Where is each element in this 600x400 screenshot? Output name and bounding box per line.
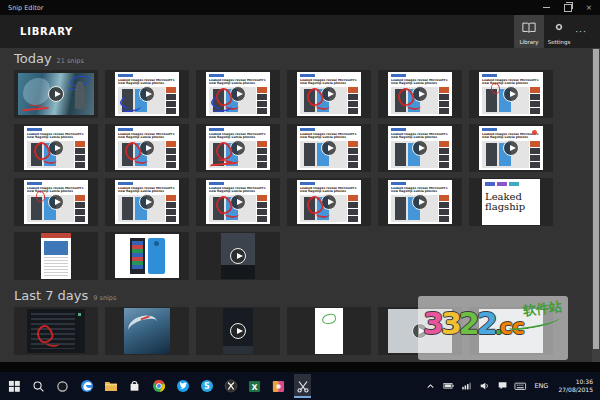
settings-button[interactable]: Settings: [544, 15, 574, 48]
snip-thumbnail[interactable]: Leaked images reveal Microsoft's new fla…: [14, 124, 98, 172]
play-icon: [139, 140, 155, 156]
file-explorer-icon[interactable]: [102, 374, 119, 398]
site-header-bar: [27, 182, 42, 185]
snip-thumbnail[interactable]: [14, 232, 98, 280]
snip-thumbnail[interactable]: Leaked images reveal Microsoft's new fla…: [196, 124, 280, 172]
battery-icon[interactable]: [442, 379, 455, 393]
minimize-icon[interactable]: [543, 7, 550, 8]
snip-thumbnail[interactable]: [287, 307, 371, 355]
related-thumbs: [166, 141, 176, 168]
related-thumbs: [166, 195, 176, 222]
snip-thumbnail[interactable]: [105, 232, 189, 280]
related-thumbs: [348, 195, 358, 222]
related-thumbs: [439, 87, 449, 114]
taskbar: SX ENG 10:36 27/08/2015: [0, 372, 600, 400]
edge-icon[interactable]: [78, 374, 95, 398]
play-icon: [48, 140, 64, 156]
snip-thumbnail[interactable]: Leaked images reveal Microsoft's new fla…: [287, 70, 371, 118]
snip-thumbnail[interactable]: Leaked images reveal Microsoft's new fla…: [196, 178, 280, 226]
scrollbar-thumb[interactable]: [593, 49, 599, 349]
related-thumbs: [348, 141, 358, 168]
play-icon: [139, 86, 155, 102]
snip-thumbnail[interactable]: Leaked images reveal Microsoft's new fla…: [105, 70, 189, 118]
system-tray: ENG 10:36 27/08/2015: [424, 378, 596, 394]
snip-thumbnail[interactable]: Leaked images reveal Microsoft's new fla…: [105, 124, 189, 172]
excel-icon[interactable]: X: [246, 374, 263, 398]
chevron-up-icon[interactable]: [424, 379, 437, 393]
volume-icon[interactable]: [478, 379, 491, 393]
site-header-bar: [209, 128, 224, 131]
gear-icon: [553, 18, 565, 37]
thumb-image-dark-feed: [27, 309, 85, 353]
site-header-bar: [300, 74, 315, 77]
thumb-image-webpage: Leaked images reveal Microsoft's new fla…: [206, 126, 270, 170]
twitter-icon[interactable]: [174, 374, 191, 398]
play-icon: [230, 140, 246, 156]
chrome-icon[interactable]: [150, 374, 167, 398]
clock-date: 27/08/2015: [558, 386, 593, 394]
site-header-bar: [300, 182, 315, 185]
play-icon: [503, 140, 519, 156]
network-icon[interactable]: [460, 379, 473, 393]
snip-icon[interactable]: [294, 374, 311, 398]
xbox-icon[interactable]: [222, 374, 239, 398]
snip-thumbnail[interactable]: [196, 232, 280, 280]
snip-thumbnail[interactable]: [196, 307, 280, 355]
site-header-bar: [391, 74, 406, 77]
header-actions: Library Settings ···: [514, 15, 588, 48]
thumb-image-webpage: Leaked images reveal Microsoft's new fla…: [297, 126, 361, 170]
page-image: [44, 241, 68, 255]
store-icon[interactable]: [126, 374, 143, 398]
task-view-icon[interactable]: [54, 374, 71, 398]
snip-thumbnail[interactable]: [14, 307, 98, 355]
restore-icon[interactable]: [564, 4, 572, 12]
play-icon: [48, 194, 64, 210]
snip-thumbnail[interactable]: Leaked images reveal Microsoft's new fla…: [378, 178, 462, 226]
library-button[interactable]: Library: [514, 15, 544, 48]
snip-thumbnail[interactable]: Leaked images reveal Microsoft's new fla…: [378, 124, 462, 172]
search-icon[interactable]: [30, 374, 47, 398]
snip-thumbnail[interactable]: Leaked images reveal Microsoft's new fla…: [469, 70, 553, 118]
watermark-3322cc: 3322.cc 软件站: [418, 296, 568, 360]
photos-icon[interactable]: [270, 374, 287, 398]
snip-thumbnail[interactable]: Leaked images reveal Microsoft's new fla…: [196, 70, 280, 118]
site-header-bar: [300, 128, 315, 131]
lumia-front: [130, 238, 145, 274]
snip-thumbnail[interactable]: Leaked images reveal Microsoft's new fla…: [378, 70, 462, 118]
site-header-bar: [209, 182, 224, 185]
site-header-bar: [391, 182, 406, 185]
play-icon: [230, 194, 246, 210]
scrollbar[interactable]: [592, 48, 600, 362]
clock[interactable]: 10:36 27/08/2015: [558, 378, 593, 394]
snip-thumbnail[interactable]: Leaked images reveal Microsoft's new fla…: [469, 124, 553, 172]
close-icon[interactable]: ×: [586, 4, 592, 12]
play-icon: [321, 86, 337, 102]
thumb-image-webpage: Leaked images reveal Microsoft's new fla…: [24, 126, 88, 170]
section-count: 9 snips: [93, 294, 116, 302]
language-indicator[interactable]: ENG: [534, 382, 548, 390]
skype-icon[interactable]: S: [198, 374, 215, 398]
thumb-image-webpage: Leaked images reveal Microsoft's new fla…: [388, 72, 452, 116]
site-header-bar: [482, 74, 497, 77]
snip-thumbnail[interactable]: [14, 70, 98, 118]
snip-thumbnail[interactable]: Leaked images reveal Microsoft's new fla…: [287, 124, 371, 172]
thumb-image-webpage: Leaked images reveal Microsoft's new fla…: [297, 180, 361, 224]
action-center-icon[interactable]: [496, 379, 509, 393]
taskbar-icons: SX: [6, 374, 311, 398]
ink-annotation-green: [315, 308, 343, 354]
thumb-image-webpage: Leaked images reveal Microsoft's new fla…: [297, 72, 361, 116]
snip-thumbnail[interactable]: Leakedflagship: [469, 178, 553, 226]
thumbnail-row: [14, 232, 600, 280]
snip-thumbnail[interactable]: [105, 307, 189, 355]
start-icon[interactable]: [6, 374, 23, 398]
snip-thumbnail[interactable]: Leaked images reveal Microsoft's new fla…: [287, 178, 371, 226]
site-header-bar: [209, 74, 224, 77]
section-count: 21 snips: [57, 57, 84, 65]
snip-thumbnail[interactable]: Leaked images reveal Microsoft's new fla…: [105, 178, 189, 226]
clock-time: 10:36: [558, 378, 593, 386]
touch-keyboard-icon[interactable]: [514, 379, 527, 393]
snip-thumbnail[interactable]: Leaked images reveal Microsoft's new fla…: [14, 178, 98, 226]
related-thumbs: [257, 87, 267, 114]
play-icon: [48, 86, 64, 102]
more-button[interactable]: ···: [574, 15, 588, 48]
